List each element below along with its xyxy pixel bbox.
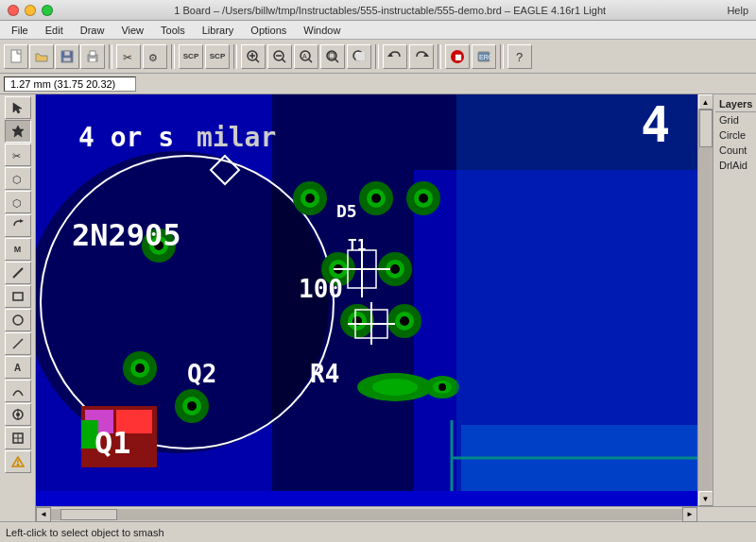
tb-zoom-in[interactable] [241, 44, 266, 69]
window-title: 1 Board – /Users/billw/tmp/Instructables… [53, 5, 727, 16]
tool-move[interactable]: ⬡ [5, 167, 31, 190]
svg-text:milar: milar [197, 122, 276, 153]
tb-scp2[interactable]: SCP [205, 44, 230, 69]
layers-panel: Layers Grid Circle Count DrlAid [713, 94, 756, 506]
tool-line[interactable] [5, 332, 31, 355]
tb-save[interactable] [55, 44, 79, 69]
svg-rect-5 [90, 51, 95, 56]
scrollbar-vertical[interactable]: ▲ ▼ [697, 94, 713, 506]
svg-point-39 [13, 315, 23, 325]
tb-stop[interactable]: ⏹ [445, 44, 470, 69]
tool-via[interactable] [5, 403, 31, 426]
tool-measure[interactable]: M [5, 238, 31, 261]
menu-edit[interactable]: Edit [38, 23, 71, 38]
scroll-thumb-horizontal[interactable] [60, 509, 117, 520]
tb-zoom-out[interactable] [267, 44, 292, 69]
maximize-button[interactable] [42, 5, 53, 16]
svg-point-84 [187, 401, 197, 411]
svg-text:⬜: ⬜ [355, 51, 367, 62]
tool-pad[interactable] [5, 427, 31, 449]
tool-drc[interactable] [5, 450, 31, 473]
tb-cut[interactable]: ✂ [116, 44, 141, 69]
scrollbar-horizontal[interactable]: ◄ ► [36, 506, 756, 521]
canvas-with-scroll: 4 or s milar 2N2905 D5 T1 100 Q2 R4 Q1 4 [36, 94, 756, 521]
tb-new[interactable] [4, 44, 28, 69]
svg-text:⬡: ⬡ [12, 174, 22, 185]
tool-wire[interactable] [5, 262, 31, 284]
tb-zoom-fit[interactable]: A [294, 44, 318, 69]
tb-zoom-last[interactable]: ⬜ [347, 44, 371, 69]
pcb-canvas-area[interactable]: 4 or s milar 2N2905 D5 T1 100 Q2 R4 Q1 4 [36, 94, 697, 506]
menu-options[interactable]: Options [243, 23, 294, 38]
minimize-button[interactable] [25, 5, 36, 16]
layer-drlaid[interactable]: DrlAid [715, 158, 756, 173]
svg-point-60 [305, 194, 315, 203]
tb-undo[interactable] [383, 44, 407, 69]
pcb-canvas[interactable]: 4 or s milar 2N2905 D5 T1 100 Q2 R4 Q1 4 [36, 94, 697, 506]
svg-text:D5: D5 [336, 201, 357, 221]
svg-line-40 [13, 339, 23, 348]
close-button[interactable] [8, 5, 19, 16]
scroll-up-button[interactable]: ▲ [698, 94, 713, 110]
layer-circle[interactable]: Circle [715, 127, 756, 143]
svg-line-17 [309, 59, 313, 62]
svg-marker-31 [13, 103, 22, 113]
tool-arc[interactable] [5, 380, 31, 402]
scroll-down-button[interactable]: ▼ [698, 491, 713, 506]
svg-point-86 [372, 379, 418, 396]
tb-open[interactable] [29, 44, 54, 69]
svg-point-66 [419, 194, 428, 203]
svg-text:?: ? [516, 50, 523, 64]
menu-window[interactable]: Window [296, 23, 348, 38]
menu-tools[interactable]: Tools [153, 23, 193, 38]
menu-file[interactable]: File [4, 23, 36, 38]
svg-line-20 [335, 59, 339, 62]
layer-count[interactable]: Count [715, 143, 756, 158]
coord-bar: 1.27 mm (31.75 20.32) [0, 74, 756, 94]
svg-marker-36 [20, 219, 24, 223]
toolbar-group-file [4, 44, 105, 69]
tool-smash[interactable] [5, 120, 31, 143]
tb-help[interactable]: ? [507, 44, 532, 69]
menu-view[interactable]: View [113, 23, 151, 38]
tb-scp1[interactable]: SCP [179, 44, 203, 69]
coord-display: 1.27 mm (31.75 20.32) [4, 76, 136, 92]
main-area: ✂ ⬡ ⬡ M A [0, 94, 756, 521]
tb-redo[interactable] [409, 44, 434, 69]
scroll-thumb-vertical[interactable] [699, 110, 713, 147]
svg-text:⏹: ⏹ [454, 52, 463, 62]
menu-bar: File Edit Draw View Tools Library Option… [0, 21, 756, 40]
window-controls[interactable] [8, 5, 53, 16]
scroll-right-button[interactable]: ► [682, 507, 697, 522]
help-button[interactable]: Help [727, 5, 748, 16]
tool-text[interactable]: A [5, 356, 31, 379]
menu-draw[interactable]: Draw [73, 23, 112, 38]
tb-settings[interactable]: ⚙ [143, 44, 167, 69]
svg-line-10 [256, 59, 260, 62]
svg-point-89 [438, 383, 446, 391]
scroll-left-button[interactable]: ◄ [36, 507, 51, 522]
tool-select[interactable] [5, 96, 31, 119]
scroll-track-vertical[interactable] [698, 110, 713, 491]
scroll-track-horizontal[interactable] [51, 509, 682, 520]
menu-library[interactable]: Library [195, 23, 242, 38]
svg-marker-24 [387, 53, 393, 57]
tool-circle[interactable] [5, 309, 31, 331]
layer-grid[interactable]: Grid [715, 112, 756, 127]
tb-run[interactable]: ERC [472, 44, 496, 69]
tool-mirror[interactable]: ⬡ [5, 191, 31, 213]
svg-text:A: A [302, 53, 307, 59]
svg-text:Q2: Q2 [187, 360, 216, 388]
svg-text:T1: T1 [348, 236, 366, 254]
svg-text:4 or s: 4 or s [78, 122, 174, 153]
svg-rect-6 [90, 59, 95, 61]
svg-text:100: 100 [299, 275, 343, 303]
svg-rect-38 [13, 293, 23, 300]
tool-rect[interactable] [5, 285, 31, 308]
svg-point-72 [390, 264, 400, 274]
tb-zoom-box[interactable] [320, 44, 345, 69]
tb-print[interactable] [80, 44, 105, 69]
tool-cut[interactable]: ✂ [5, 144, 31, 166]
tool-rotate[interactable] [5, 214, 31, 237]
svg-line-37 [13, 268, 23, 278]
